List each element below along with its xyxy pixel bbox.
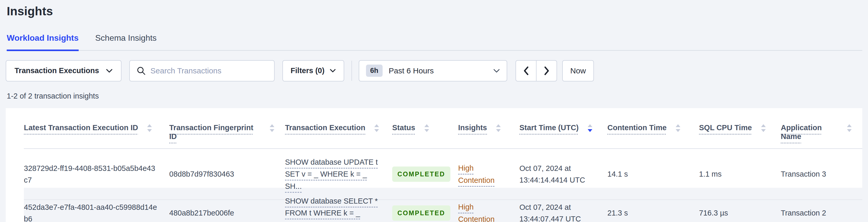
application-name: Transaction 2 <box>781 188 862 222</box>
table-row: 328729d2-ff19-4408-8531-b05a5b4e43c7 08d… <box>24 149 862 188</box>
sort-icon <box>147 124 152 132</box>
filters-label: Filters (0) <box>291 66 325 75</box>
time-range-picker[interactable]: 6h Past 6 Hours <box>359 60 507 82</box>
toolbar-divider <box>351 61 352 81</box>
time-range-label: Past 6 Hours <box>389 66 434 75</box>
sort-icon <box>496 124 501 132</box>
sort-icon <box>847 124 852 132</box>
transaction-execution-id: 452da3e7-e7fa-4801-aa40-c59988d14eb6 <box>24 201 159 222</box>
transaction-execution-link[interactable]: SHOW database UPDATE t SET v = _ WHERE k… <box>285 156 382 192</box>
page-title: Insights <box>6 0 862 18</box>
column-header-status[interactable]: Status <box>392 108 458 149</box>
tab-bar: Workload Insights Schema Insights <box>6 33 862 51</box>
search-box <box>129 60 275 82</box>
chevron-right-icon <box>544 66 550 75</box>
transaction-fingerprint-id: 480a8b217be006fe <box>169 188 285 222</box>
previous-time-range-button[interactable] <box>516 60 536 82</box>
insight-link-high-contention[interactable]: High Contention <box>458 201 509 222</box>
filters-dropdown[interactable]: Filters (0) <box>282 60 344 82</box>
results-count: 1-2 of 2 transaction insights <box>6 92 862 100</box>
sort-icon <box>675 124 681 132</box>
column-header-transaction-fingerprint-id[interactable]: Transaction Fingerprint ID <box>169 108 285 149</box>
sql-cpu-time: 716.3 µs <box>699 188 781 222</box>
insights-page: Insights Workload Insights Schema Insigh… <box>0 0 868 222</box>
table-header-row: Latest Transaction Execution ID Transact… <box>24 108 862 149</box>
contention-time: 21.3 s <box>608 188 699 222</box>
column-header-start-time[interactable]: Start Time (UTC) <box>519 108 608 149</box>
toolbar: Transaction Executions Filters (0) 6h Pa… <box>6 60 862 82</box>
transaction-execution-link[interactable]: SHOW database SELECT * FROM t WHERE k = … <box>285 195 382 222</box>
execution-type-label: Transaction Executions <box>14 66 99 75</box>
insights-table: Latest Transaction Execution ID Transact… <box>6 108 862 222</box>
column-header-sql-cpu-time[interactable]: SQL CPU Time <box>699 108 781 149</box>
column-header-insights[interactable]: Insights <box>458 108 519 149</box>
tab-schema-insights[interactable]: Schema Insights <box>95 33 157 51</box>
tab-workload-insights[interactable]: Workload Insights <box>7 33 79 51</box>
chevron-down-icon <box>493 69 500 73</box>
search-input[interactable] <box>151 66 267 75</box>
sort-icon <box>374 124 379 132</box>
time-range-step-buttons <box>516 60 557 82</box>
now-button[interactable]: Now <box>562 60 594 82</box>
column-header-application-name[interactable]: Application Name <box>781 108 862 149</box>
status-badge: COMPLETED <box>392 205 451 221</box>
table-row: 452da3e7-e7fa-4801-aa40-c59988d14eb6 480… <box>24 188 862 222</box>
now-button-label: Now <box>570 66 586 75</box>
start-time: Oct 07, 2024 at 13:44:07.447 UTC <box>519 188 608 222</box>
sort-icon <box>270 124 275 132</box>
column-header-contention-time[interactable]: Contention Time <box>608 108 699 149</box>
status-badge: COMPLETED <box>392 166 451 182</box>
sort-icon <box>761 124 766 132</box>
execution-type-dropdown[interactable]: Transaction Executions <box>6 60 122 82</box>
column-header-latest-transaction-execution-id[interactable]: Latest Transaction Execution ID <box>24 108 169 149</box>
chevron-left-icon <box>523 66 529 75</box>
chevron-down-icon <box>106 69 113 73</box>
column-header-transaction-execution[interactable]: Transaction Execution <box>285 108 392 149</box>
sort-desc-icon <box>587 124 593 132</box>
search-icon <box>136 66 146 75</box>
time-range-badge: 6h <box>366 65 382 77</box>
transaction-execution-id: 328729d2-ff19-4408-8531-b05a5b4e43c7 <box>24 163 159 186</box>
sort-icon <box>424 124 429 132</box>
chevron-down-icon <box>330 69 336 73</box>
next-time-range-button[interactable] <box>536 60 557 82</box>
insight-link-high-contention[interactable]: High Contention <box>458 162 509 186</box>
